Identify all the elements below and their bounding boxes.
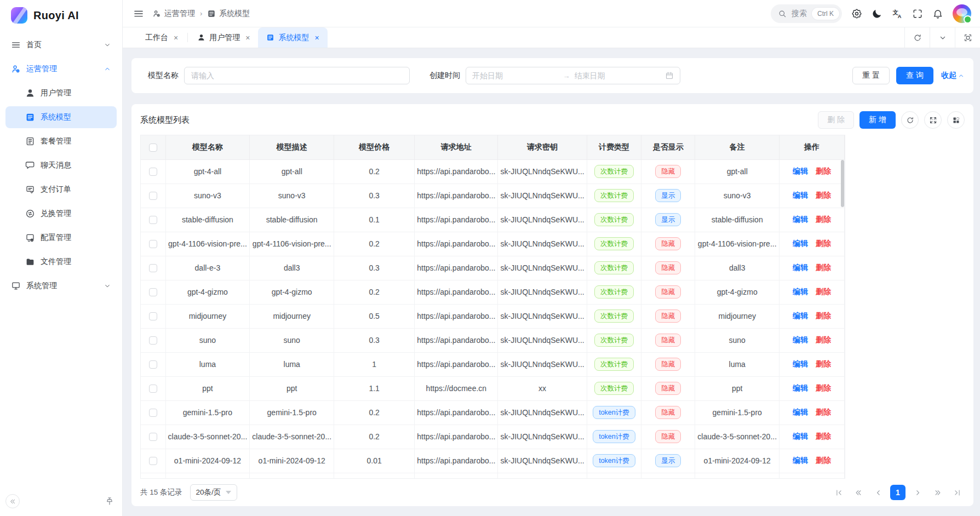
edit-link[interactable]: 编辑 xyxy=(793,311,808,320)
sidebar-subitem[interactable]: 配置管理 xyxy=(5,227,117,249)
delete-link[interactable]: 删除 xyxy=(816,239,831,248)
close-icon[interactable]: × xyxy=(314,34,319,42)
edit-link[interactable]: 编辑 xyxy=(793,432,808,440)
cell-actions: 编辑删除 xyxy=(780,280,845,304)
pin-icon[interactable] xyxy=(105,496,114,506)
delete-link[interactable]: 删除 xyxy=(816,335,831,344)
delete-link[interactable]: 删除 xyxy=(816,408,831,416)
sidebar-subitem[interactable]: 系统模型 xyxy=(5,106,117,128)
delete-link[interactable]: 删除 xyxy=(816,359,831,368)
column-settings-button[interactable] xyxy=(947,111,965,129)
table-expand-button[interactable] xyxy=(924,111,942,129)
pagination-next5-button[interactable] xyxy=(930,485,945,500)
sidebar-subitem[interactable]: 兑换管理 xyxy=(5,203,117,225)
cell-actions: 编辑删除 xyxy=(780,232,845,256)
sidebar-collapse-button[interactable] xyxy=(5,494,20,508)
delete-link[interactable]: 删除 xyxy=(816,215,831,223)
row-checkbox[interactable] xyxy=(149,192,157,200)
search-shortcut-badge: Ctrl K xyxy=(812,8,839,20)
pagination-last-button[interactable] xyxy=(949,485,965,500)
collapse-filter-link[interactable]: 收起 xyxy=(941,71,965,81)
edit-link[interactable]: 编辑 xyxy=(793,359,808,368)
edit-link[interactable]: 编辑 xyxy=(793,167,808,175)
pagination-page-1[interactable]: 1 xyxy=(890,485,906,500)
sidebar-subitem[interactable]: 用户管理 xyxy=(5,82,117,104)
sidebar-subitem[interactable]: 文件管理 xyxy=(5,251,117,273)
row-checkbox[interactable] xyxy=(149,385,157,393)
row-checkbox[interactable] xyxy=(149,168,157,176)
row-checkbox[interactable] xyxy=(149,457,157,465)
row-checkbox[interactable] xyxy=(149,216,157,224)
row-checkbox[interactable] xyxy=(149,433,157,441)
close-icon[interactable]: × xyxy=(245,34,250,42)
moon-icon[interactable] xyxy=(872,8,882,19)
tab-item[interactable]: 工作台 × xyxy=(137,27,186,48)
pagination-first-button[interactable] xyxy=(831,485,846,500)
sidebar-item[interactable]: 运营管理 xyxy=(5,58,117,80)
sidebar-subitem[interactable]: 聊天消息 xyxy=(5,154,117,176)
tab-item[interactable]: 系统模型 × xyxy=(258,27,327,48)
pagination-prev5-button[interactable] xyxy=(851,485,866,500)
delete-link[interactable]: 删除 xyxy=(816,432,831,440)
sidebar-item[interactable]: 系统管理 xyxy=(5,275,117,297)
fullscreen-icon[interactable] xyxy=(912,8,923,19)
row-checkbox[interactable] xyxy=(149,336,157,345)
edit-link[interactable]: 编辑 xyxy=(793,408,808,416)
edit-link[interactable]: 编辑 xyxy=(793,335,808,344)
date-range-picker[interactable]: → xyxy=(466,67,680,84)
delete-link[interactable]: 删除 xyxy=(816,383,831,392)
pagination-prev-button[interactable] xyxy=(870,485,886,500)
close-icon[interactable]: × xyxy=(174,34,178,42)
breadcrumb-item[interactable]: 运营管理 xyxy=(152,9,195,19)
edit-link[interactable]: 编辑 xyxy=(793,287,808,296)
edit-link[interactable]: 编辑 xyxy=(793,191,808,199)
delete-link[interactable]: 删除 xyxy=(816,287,831,296)
row-checkbox[interactable] xyxy=(149,360,157,369)
select-all-checkbox[interactable] xyxy=(149,144,157,152)
add-button[interactable]: 新 增 xyxy=(859,111,896,129)
edit-link[interactable]: 编辑 xyxy=(793,383,808,392)
tab-maximize-button[interactable] xyxy=(955,27,980,48)
avatar[interactable] xyxy=(953,4,971,23)
date-end-input[interactable] xyxy=(575,71,661,80)
delete-link[interactable]: 删除 xyxy=(816,311,831,320)
hamburger-menu-icon[interactable] xyxy=(133,8,144,19)
cell-model-desc: gpt-4-1106-vision-pre... xyxy=(250,232,334,256)
row-checkbox[interactable] xyxy=(149,240,157,248)
delete-link[interactable]: 删除 xyxy=(816,456,831,465)
delete-link[interactable]: 删除 xyxy=(816,191,831,199)
delete-link[interactable]: 删除 xyxy=(816,263,831,272)
batch-delete-button[interactable]: 删 除 xyxy=(818,111,854,129)
row-checkbox[interactable] xyxy=(149,264,157,272)
gear-icon[interactable] xyxy=(851,8,862,19)
date-start-input[interactable] xyxy=(472,71,559,80)
breadcrumb-item[interactable]: 系统模型 xyxy=(207,9,250,19)
cell-remark: ppt xyxy=(695,376,780,400)
table-refresh-button[interactable] xyxy=(901,111,919,129)
model-name-input[interactable] xyxy=(184,67,410,84)
edit-link[interactable]: 编辑 xyxy=(793,215,808,223)
edit-link[interactable]: 编辑 xyxy=(793,239,808,248)
header-cell: 操作 xyxy=(780,135,845,159)
global-search[interactable]: 搜索 Ctrl K xyxy=(771,4,842,23)
tab-item[interactable]: 用户管理 × xyxy=(189,27,258,48)
sidebar-subitem[interactable]: 支付订单 xyxy=(5,179,117,200)
bell-icon[interactable] xyxy=(932,8,943,19)
delete-link[interactable]: 删除 xyxy=(816,167,831,175)
sidebar-item[interactable]: 首页 xyxy=(5,34,117,56)
table-scrollbar[interactable] xyxy=(841,160,844,207)
reset-button[interactable]: 重 置 xyxy=(852,67,890,84)
tab-more-button[interactable] xyxy=(930,27,955,48)
query-button[interactable]: 查 询 xyxy=(896,67,933,84)
sidebar-subitem[interactable]: 套餐管理 xyxy=(5,130,117,152)
edit-link[interactable]: 编辑 xyxy=(793,263,808,272)
edit-link[interactable]: 编辑 xyxy=(793,456,808,465)
row-checkbox[interactable] xyxy=(149,312,157,320)
row-checkbox[interactable] xyxy=(149,288,157,296)
translate-icon[interactable]: 文A xyxy=(892,8,903,19)
tab-refresh-button[interactable] xyxy=(904,27,930,48)
billing-type-badge: 次数计费 xyxy=(594,261,634,275)
row-checkbox[interactable] xyxy=(149,409,157,417)
page-size-select[interactable]: 20条/页 xyxy=(190,484,238,501)
pagination-next-button[interactable] xyxy=(910,485,925,500)
